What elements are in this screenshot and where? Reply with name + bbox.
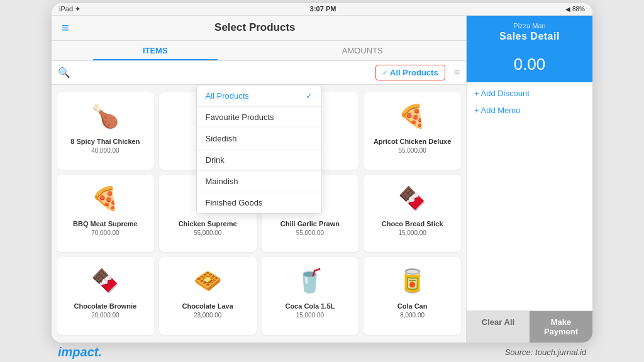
status-bar-right: ◀ 88% [565,6,585,13]
product-card-12[interactable]: 🥫 Cola Can 8,000.00 [364,257,461,334]
status-bar-time: 3:07 PM [310,5,336,13]
product-name-12: Cola Can [397,302,428,310]
page-title: Select Products [214,21,296,34]
add-discount-button[interactable]: + Add Discount [474,89,585,98]
product-card-10[interactable]: 🧇 Chocolate Lava 23,000.00 [159,257,257,334]
product-name-8: Choco Bread Stick [382,220,443,228]
product-image-5: 🍕 [83,180,127,217]
dropdown-item-favourite[interactable]: Favourite Products [197,107,321,128]
ipad-label: iPad ✦ [59,5,80,13]
chevron-icon: ✓ [382,69,387,76]
product-price-7: 55,000.00 [296,229,325,236]
product-price-12: 8,000.00 [400,312,425,319]
product-name-7: Chili Garlic Prawn [280,220,340,228]
product-price-4: 55,000.00 [398,147,426,154]
sales-amount-section: 0.00 [467,47,592,82]
dropdown-item-all[interactable]: All Products ✓ [197,85,321,107]
sales-amount-value: 0.00 [474,55,585,74]
product-card-5[interactable]: 🍕 BBQ Meat Supreme 70,000.00 [57,175,154,252]
category-dropdown: All Products ✓ Favourite Products Sidedi… [196,85,322,214]
product-name-1: 8 Spicy Thai Chicken [70,138,140,146]
status-bar: iPad ✦ 3:07 PM ◀ 88% [52,3,592,16]
add-memo-button[interactable]: + Add Memo [474,106,585,115]
left-panel: ≡ Select Products ITEMS AMOUNTS 🔍 ✓ All … [52,16,467,343]
product-image-10: 🧇 [186,262,230,300]
product-price-10: 23,000.00 [194,312,222,319]
product-image-1: 🍗 [83,97,127,135]
product-image-11: 🥤 [288,262,332,300]
product-card-9[interactable]: 🍫 Chocolate Brownie 20,000.00 [57,257,154,334]
product-image-4: 🍕 [391,97,435,135]
product-image-8: 🍫 [391,180,435,217]
status-bar-left: iPad ✦ [59,5,80,13]
product-price-11: 15,000.00 [296,312,325,319]
sales-actions: + Add Discount + Add Memo [467,82,592,310]
product-image-9: 🍫 [83,262,127,300]
list-icon[interactable]: ≡ [454,67,460,78]
brand-label: impact. [58,345,102,359]
product-price-9: 20,000.00 [91,312,119,319]
product-price-1: 40,000.00 [91,147,119,154]
product-name-9: Chocolate Brownie [74,302,137,310]
product-price-8: 15,000.00 [398,229,426,236]
product-image-12: 🥫 [391,262,435,300]
sales-title: Sales Detail [474,31,585,42]
sales-subtitle: Pizza Man [474,22,585,30]
app-header: ≡ Select Products [52,16,466,41]
search-bar: 🔍 ✓ All Products ≡ All Products ✓ Favour… [52,61,466,85]
check-icon: ✓ [306,91,313,101]
menu-icon[interactable]: ≡ [62,21,69,35]
product-name-5: BBQ Meat Supreme [73,220,138,228]
product-name-4: Apricot Chicken Deluxe [374,138,451,146]
product-price-5: 70,000.00 [91,229,119,236]
dropdown-item-drink[interactable]: Drink [197,150,321,171]
tab-bar: ITEMS AMOUNTS [52,41,466,61]
make-payment-button[interactable]: Make Payment [530,311,592,343]
bottom-bar: impact. Source: touch.jurnal.id [52,343,592,359]
clear-all-button[interactable]: Clear All [467,311,530,343]
source-label: Source: touch.jurnal.id [505,348,586,357]
product-card-1[interactable]: 🍗 8 Spicy Thai Chicken 40,000.00 [57,92,154,170]
filter-label: All Products [390,68,438,77]
product-name-6: Chicken Supreme [179,220,237,228]
search-icon: 🔍 [58,67,70,79]
footer-buttons: Clear All Make Payment [467,310,592,343]
product-card-4[interactable]: 🍕 Apricot Chicken Deluxe 55,000.00 [364,92,461,170]
filter-dropdown-button[interactable]: ✓ All Products [375,65,445,80]
product-name-10: Chocolate Lava [182,302,233,310]
tab-items[interactable]: ITEMS [52,41,259,60]
dropdown-item-finished[interactable]: Finished Goods [197,192,321,213]
product-price-6: 55,000.00 [194,229,222,236]
sales-panel: Pizza Man Sales Detail 0.00 + Add Discou… [467,16,592,343]
product-card-8[interactable]: 🍫 Choco Bread Stick 15,000.00 [364,175,461,252]
dropdown-item-sidedish[interactable]: Sidedish [197,128,321,150]
product-name-11: Coca Cola 1.5L [285,302,335,310]
dropdown-item-maindish[interactable]: Maindish [197,171,321,192]
sales-header: Pizza Man Sales Detail [467,16,592,47]
tab-amounts[interactable]: AMOUNTS [259,41,467,60]
product-card-11[interactable]: 🥤 Coca Cola 1.5L 15,000.00 [262,257,359,334]
